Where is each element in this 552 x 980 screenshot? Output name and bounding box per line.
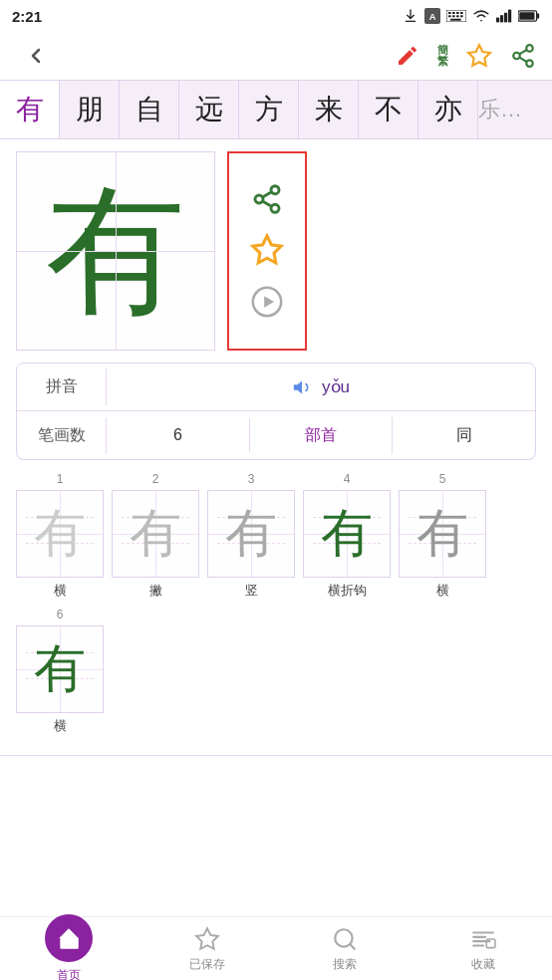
share-icon	[510, 43, 536, 69]
home-circle	[45, 914, 93, 962]
traditional-label: 繁	[437, 56, 448, 67]
svg-rect-6	[460, 12, 463, 14]
nav-item-search[interactable]: 搜索	[276, 925, 414, 973]
radical-label[interactable]: 部首	[250, 417, 394, 454]
battery-icon	[518, 10, 540, 22]
svg-point-19	[526, 45, 533, 52]
stroke-label-1: 横	[54, 582, 67, 600]
stroke-char-6: 有	[34, 634, 86, 704]
stroke-item-2: 2 有 撇	[112, 472, 199, 600]
signal-icon	[496, 9, 512, 23]
stroke-label-3: 竖	[245, 582, 258, 600]
char-strip-item-0[interactable]: 有	[0, 80, 60, 139]
collection-icon-wrap	[469, 925, 497, 953]
char-strip-item-5[interactable]: 来	[299, 80, 359, 139]
stroke-number-6: 6	[57, 608, 64, 621]
stroke-box-6[interactable]: 有	[16, 625, 104, 713]
section-divider	[0, 755, 552, 756]
stroke-item-3: 3 有 竖	[207, 472, 295, 600]
char-strip-item-7[interactable]: 亦	[418, 80, 478, 139]
action-favorite-button[interactable]	[250, 233, 284, 267]
search-icon	[332, 926, 358, 952]
char-strip-item-1[interactable]: 朋	[60, 80, 120, 139]
edit-button[interactable]	[396, 44, 419, 68]
search-icon-wrap	[331, 925, 359, 953]
stroke-grid: 1 有 横 2 有 撇 3	[16, 472, 536, 600]
stroke-number-1: 1	[57, 472, 64, 486]
svg-rect-10	[460, 15, 463, 17]
stroke-item-6: 6 有 横	[16, 608, 104, 735]
favorite-button[interactable]	[466, 43, 492, 69]
font-icon: A	[424, 8, 440, 24]
action-share-button[interactable]	[251, 183, 283, 215]
home-icon	[56, 925, 82, 951]
svg-point-21	[526, 60, 533, 67]
action-star-icon	[250, 233, 284, 267]
nav-item-saved[interactable]: 已保存	[138, 925, 277, 973]
stroke-box-3[interactable]: 有	[207, 490, 295, 578]
action-share-icon	[251, 183, 283, 215]
edit-icon	[396, 44, 419, 68]
back-button[interactable]	[16, 40, 56, 72]
stroke-section: 1 有 横 2 有 撇 3	[0, 460, 552, 747]
action-panel	[227, 151, 307, 351]
svg-marker-30	[264, 296, 274, 307]
stroke-item-1: 1 有 横	[16, 472, 104, 600]
stroke-info-row: 笔画数 6 部首 同	[17, 411, 535, 459]
svg-rect-13	[500, 15, 503, 22]
stroke-char-3: 有	[225, 499, 277, 569]
main-character: 有	[46, 181, 185, 321]
svg-rect-7	[448, 15, 451, 17]
char-strip-item-3[interactable]: 远	[179, 80, 239, 139]
stroke-box-1[interactable]: 有	[16, 490, 104, 578]
simplified-traditional-button[interactable]: 簡 繁	[437, 45, 448, 67]
nav-item-collection[interactable]: 收藏	[414, 925, 553, 973]
stroke-box-4[interactable]: 有	[303, 490, 391, 578]
stroke-char-5: 有	[416, 499, 468, 569]
svg-rect-5	[456, 12, 459, 14]
char-strip-item-6[interactable]: 不	[359, 80, 418, 139]
svg-line-27	[262, 201, 271, 206]
nav-item-home[interactable]: 首页	[0, 914, 138, 981]
pinyin-value: yǒu	[107, 376, 535, 398]
pinyin-label: 拼音	[17, 368, 107, 405]
nav-label-home: 首页	[57, 967, 81, 981]
stroke-count-label: 笔画数	[17, 417, 107, 454]
action-play-button[interactable]	[250, 285, 284, 319]
svg-line-28	[262, 192, 271, 197]
stroke-box-5[interactable]: 有	[399, 490, 486, 578]
svg-rect-9	[456, 15, 459, 17]
svg-text:A: A	[429, 12, 436, 22]
stroke-number-5: 5	[439, 472, 446, 486]
keyboard-icon	[446, 10, 466, 22]
stroke-item-5: 5 有 横	[399, 472, 486, 600]
svg-point-24	[271, 186, 279, 194]
char-strip-item-4[interactable]: 方	[239, 80, 299, 139]
sound-icon[interactable]	[292, 376, 314, 398]
svg-rect-17	[537, 13, 540, 18]
status-icons: A	[403, 8, 540, 24]
pinyin-row: 拼音 yǒu	[17, 364, 535, 411]
stroke-label-6: 横	[54, 717, 67, 735]
svg-point-25	[255, 195, 263, 203]
svg-rect-4	[452, 12, 455, 14]
char-strip: 有 朋 自 远 方 来 不 亦 乐…	[0, 80, 552, 139]
stroke-label-4: 横折钩	[328, 582, 367, 600]
char-strip-item-2[interactable]: 自	[120, 80, 179, 139]
svg-rect-3	[448, 12, 451, 14]
download-icon	[403, 8, 418, 24]
nav-label-collection: 收藏	[471, 956, 495, 973]
stroke-box-2[interactable]: 有	[112, 490, 199, 578]
collection-icon	[470, 926, 496, 952]
char-strip-more[interactable]: 乐…	[478, 95, 522, 124]
share-button[interactable]	[510, 43, 536, 69]
stroke-count-value: 6	[107, 418, 250, 452]
same-label[interactable]: 同	[393, 417, 535, 454]
svg-rect-8	[452, 15, 455, 17]
stroke-number-4: 4	[344, 472, 351, 486]
stroke-number-3: 3	[248, 472, 255, 486]
stroke-char-2: 有	[130, 499, 181, 569]
stroke-char-4: 有	[321, 499, 373, 569]
svg-line-23	[519, 50, 526, 54]
stroke-label-5: 横	[436, 582, 449, 600]
